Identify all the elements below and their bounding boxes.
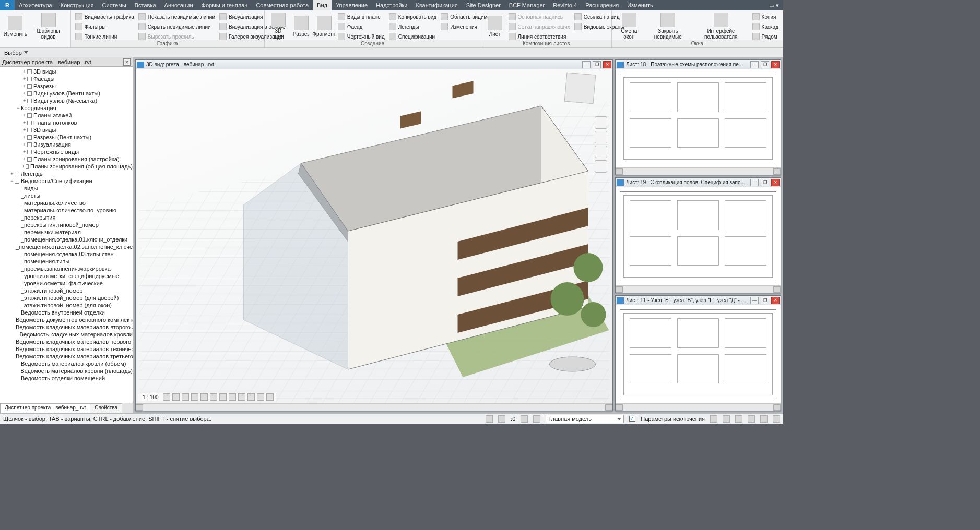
view-control-bar[interactable]: 1 : 100 [138,393,276,401]
tree-node[interactable]: _помещения.отделка.03.типы стен [1,250,133,258]
filters-button[interactable]: Фильтры [73,22,136,31]
tree-node[interactable]: Ведомость кладочных материалов техническ [1,345,133,353]
selection-dropdown[interactable]: Выбор [0,48,32,57]
tree-node[interactable]: _перекрытия.типовой_номер [1,221,133,228]
restore-button[interactable]: ❐ [761,61,769,68]
minimize-button[interactable]: — [750,297,759,304]
sheet-viewport[interactable] [616,187,781,285]
view-titlebar[interactable]: 3D вид: preza - вебинар_.rvt — ❐ ✕ [136,60,612,69]
select-pinned-icon[interactable] [735,415,742,423]
menu-аннотации[interactable]: Аннотации [160,0,197,10]
tree-node[interactable]: Ведомость кладочных материалов третьего … [1,353,133,360]
menu-расширения[interactable]: Расширения [581,0,623,10]
menu-управление[interactable]: Управление [332,0,372,10]
plan-views-button[interactable]: Виды в плане [336,12,387,21]
expand-icon[interactable]: + [22,135,27,140]
legends-button[interactable]: Легенды [387,22,439,31]
editable-only-icon[interactable] [521,415,528,423]
switch-windows-button[interactable]: Смена окон [614,11,644,41]
expand-icon[interactable]: + [22,120,27,125]
orbit-icon[interactable] [595,160,607,173]
expand-icon[interactable]: + [22,127,27,132]
menu-bcf manager[interactable]: BCF Manager [505,0,549,10]
tree-node[interactable]: _этажи.типовой_номер (для окон) [1,302,133,309]
tree-node[interactable]: +Разрезы [1,82,133,90]
tree-node[interactable]: Ведомость кладочных материалов первого э… [1,338,133,345]
tree-node[interactable]: Ведомость документов основного комплекта [1,316,133,323]
tree-node[interactable]: _помещения.отделка.02.заполнение_ключей [1,243,133,250]
expand-icon[interactable]: + [22,69,27,74]
scrollbar-horizontal[interactable] [616,285,781,293]
expand-icon[interactable]: + [22,98,27,103]
minimize-button[interactable]: — [582,61,591,68]
expand-icon[interactable]: + [22,76,27,81]
tree-node[interactable]: +Разрезы (Вентшахты) [1,134,133,141]
tree-node[interactable]: Ведомость кладочных материалов кровли [1,331,133,338]
viewcube[interactable] [564,73,596,104]
crop-region-icon[interactable] [219,393,227,401]
menu-формы и генплан[interactable]: Формы и генплан [197,0,252,10]
tree-node[interactable]: Ведомость кладочных материалов второго э [1,323,133,331]
tree-node[interactable]: Ведомость материалов кровли (площадь) [1,367,133,375]
scrollbar-horizontal[interactable] [616,167,781,175]
restore-button[interactable]: ❐ [593,61,601,68]
close-hidden-button[interactable]: Закрыть невидимые [644,11,692,41]
crop-icon[interactable] [210,393,217,401]
sheet-viewport[interactable] [616,305,781,403]
tree-node[interactable]: +3D виды [1,126,133,134]
section-button[interactable]: Разрез [290,11,313,41]
tree-node[interactable]: Ведомость материалов кровли (объём) [1,360,133,367]
view-scale[interactable]: 1 : 100 [140,394,161,400]
3d-view-button[interactable]: 3D вид [267,11,290,41]
menu-конструкция[interactable]: Конструкция [56,0,98,10]
tree-node[interactable]: +Чертежные виды [1,148,133,155]
close-button[interactable]: ✕ [771,61,780,68]
tree-node[interactable]: +Планы зонирования (застройка) [1,155,133,163]
select-underlay-icon[interactable] [723,415,730,423]
view-titlebar[interactable]: Лист: 19 - Экспликация полов. Специф-ия … [616,178,781,187]
select-links-icon[interactable] [710,415,717,423]
sun-path-icon[interactable] [182,393,189,401]
minimize-button[interactable]: — [750,179,759,186]
view-templates-button[interactable]: Шаблоны видов [29,11,68,41]
expand-icon[interactable]: + [22,142,27,147]
project-browser-tree[interactable]: +3D виды+Фасады+Разрезы+Виды узлов (Вент… [0,67,133,403]
close-button[interactable]: ✕ [771,179,780,186]
tree-node[interactable]: _перемычки.материал [1,228,133,236]
tree-node[interactable]: −Ведомости/Спецификации [1,177,133,185]
detail-level-icon[interactable] [163,393,170,401]
rendering-icon[interactable] [200,393,208,401]
shadows-icon[interactable] [191,393,198,401]
active-workset-combo[interactable]: Главная модель [546,415,624,423]
menu-надстройки[interactable]: Надстройки [372,0,411,10]
tree-node[interactable]: Ведомость отделки помещений [1,375,133,382]
select-face-icon[interactable] [748,415,755,423]
expand-icon[interactable]: + [22,91,27,96]
browser-tab[interactable]: Диспетчер проекта - вебинар_.rvt [0,403,90,413]
tree-node[interactable]: _уровни.отметки_специфицируемые [1,272,133,280]
zoom-icon[interactable] [595,146,607,158]
menu-архитектура[interactable]: Архитектура [15,0,56,10]
tree-node[interactable]: +Виды узлов (Вентшахты) [1,90,133,97]
temporary-hide-icon[interactable] [238,393,245,401]
tree-node[interactable]: +Планы потолков [1,119,133,126]
close-button[interactable]: ✕ [603,61,611,68]
minimize-button[interactable]: — [750,61,759,68]
reveal-icon[interactable] [247,393,255,401]
expand-icon[interactable]: + [22,83,27,89]
tree-node[interactable]: +Легенды [1,170,133,177]
close-button[interactable]: ✕ [771,297,780,304]
tree-node[interactable]: _помещения.отделка.01.ключи_отделки [1,236,133,243]
analytical-icon[interactable] [257,393,264,401]
filter-icon[interactable] [773,415,780,423]
menu-site designer[interactable]: Site Designer [462,0,505,10]
menu-вставка[interactable]: Вставка [131,0,160,10]
exclude-options-checkbox[interactable] [629,416,635,422]
view-titlebar[interactable]: Лист: 11 - Узел "Б", узел "В", узел "Г",… [616,296,781,305]
close-icon[interactable]: ✕ [123,58,131,66]
cascade-button[interactable]: Каскад [750,22,781,31]
tree-node[interactable]: _материалы.количество [1,199,133,207]
restore-button[interactable]: ❐ [761,179,769,186]
status-icon[interactable] [486,415,493,423]
menu-системы[interactable]: Системы [98,0,131,10]
